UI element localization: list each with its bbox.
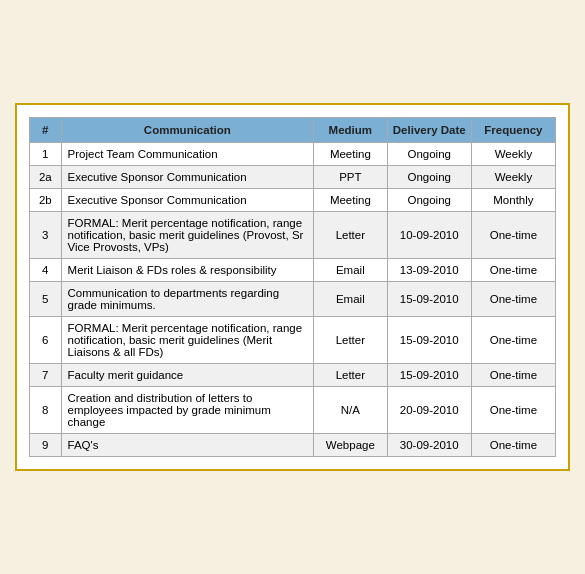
cell-delivery-date: 15-09-2010 (387, 364, 471, 387)
cell-frequency: Monthly (471, 189, 555, 212)
cell-communication: FORMAL: Merit percentage notification, r… (61, 212, 313, 259)
cell-delivery-date: Ongoing (387, 189, 471, 212)
cell-num: 2b (30, 189, 62, 212)
table-row: 2aExecutive Sponsor CommunicationPPTOngo… (30, 166, 556, 189)
cell-num: 8 (30, 387, 62, 434)
header-num: # (30, 118, 62, 143)
header-delivery-date: Delivery Date (387, 118, 471, 143)
cell-num: 3 (30, 212, 62, 259)
cell-delivery-date: 10-09-2010 (387, 212, 471, 259)
cell-communication: Project Team Communication (61, 143, 313, 166)
cell-communication: Executive Sponsor Communication (61, 166, 313, 189)
cell-frequency: One-time (471, 259, 555, 282)
cell-frequency: One-time (471, 364, 555, 387)
cell-frequency: One-time (471, 387, 555, 434)
cell-communication: FAQ's (61, 434, 313, 457)
table-container: # Communication Medium Delivery Date Fre… (15, 103, 570, 471)
cell-delivery-date: 20-09-2010 (387, 387, 471, 434)
cell-frequency: Weekly (471, 166, 555, 189)
cell-medium: Email (314, 282, 388, 317)
communication-table: # Communication Medium Delivery Date Fre… (29, 117, 556, 457)
header-medium: Medium (314, 118, 388, 143)
table-row: 4Merit Liaison & FDs roles & responsibil… (30, 259, 556, 282)
cell-medium: Email (314, 259, 388, 282)
table-row: 1Project Team CommunicationMeetingOngoin… (30, 143, 556, 166)
cell-communication: Faculty merit guidance (61, 364, 313, 387)
table-row: 8Creation and distribution of letters to… (30, 387, 556, 434)
cell-medium: Webpage (314, 434, 388, 457)
cell-communication: Communication to departments regarding g… (61, 282, 313, 317)
cell-num: 6 (30, 317, 62, 364)
cell-medium: Meeting (314, 189, 388, 212)
cell-num: 1 (30, 143, 62, 166)
cell-medium: Letter (314, 317, 388, 364)
cell-delivery-date: Ongoing (387, 143, 471, 166)
cell-frequency: One-time (471, 282, 555, 317)
cell-medium: Meeting (314, 143, 388, 166)
cell-num: 2a (30, 166, 62, 189)
cell-communication: Creation and distribution of letters to … (61, 387, 313, 434)
cell-num: 7 (30, 364, 62, 387)
cell-frequency: One-time (471, 317, 555, 364)
table-row: 2bExecutive Sponsor CommunicationMeeting… (30, 189, 556, 212)
cell-num: 5 (30, 282, 62, 317)
cell-delivery-date: Ongoing (387, 166, 471, 189)
cell-medium: Letter (314, 364, 388, 387)
cell-frequency: Weekly (471, 143, 555, 166)
cell-frequency: One-time (471, 434, 555, 457)
table-row: 9FAQ'sWebpage30-09-2010One-time (30, 434, 556, 457)
cell-communication: FORMAL: Merit percentage notification, r… (61, 317, 313, 364)
cell-delivery-date: 13-09-2010 (387, 259, 471, 282)
cell-medium: PPT (314, 166, 388, 189)
cell-frequency: One-time (471, 212, 555, 259)
cell-num: 9 (30, 434, 62, 457)
header-frequency: Frequency (471, 118, 555, 143)
cell-communication: Merit Liaison & FDs roles & responsibili… (61, 259, 313, 282)
cell-delivery-date: 30-09-2010 (387, 434, 471, 457)
cell-delivery-date: 15-09-2010 (387, 317, 471, 364)
header-communication: Communication (61, 118, 313, 143)
table-row: 6FORMAL: Merit percentage notification, … (30, 317, 556, 364)
table-row: 3FORMAL: Merit percentage notification, … (30, 212, 556, 259)
cell-medium: Letter (314, 212, 388, 259)
cell-communication: Executive Sponsor Communication (61, 189, 313, 212)
table-row: 5Communication to departments regarding … (30, 282, 556, 317)
cell-medium: N/A (314, 387, 388, 434)
table-row: 7Faculty merit guidanceLetter15-09-2010O… (30, 364, 556, 387)
cell-delivery-date: 15-09-2010 (387, 282, 471, 317)
cell-num: 4 (30, 259, 62, 282)
